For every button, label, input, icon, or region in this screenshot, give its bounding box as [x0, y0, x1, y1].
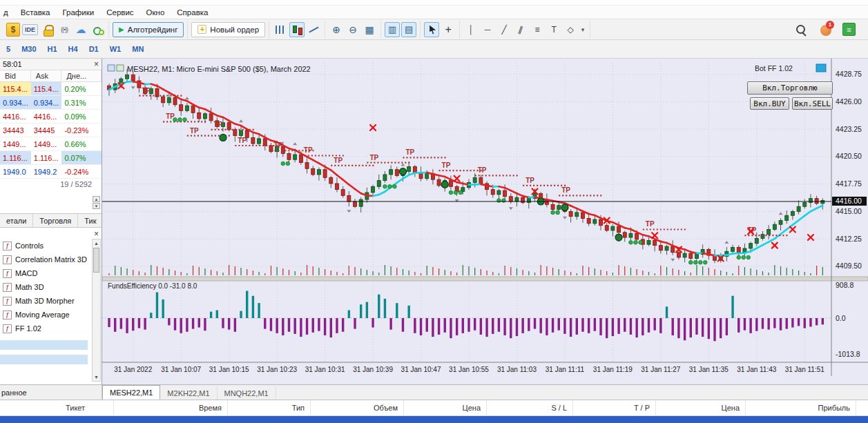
svg-text:4417.75: 4417.75	[836, 179, 862, 188]
scroll-up-icon[interactable]: ▲	[93, 239, 100, 247]
chart-tabs-row: ранное MESH22,M1M2KH22,M1MNQH22,M1	[0, 384, 868, 400]
dropdown-arrow-icon[interactable]: ▾	[579, 22, 586, 37]
chart-tab-MESH22,M1[interactable]: MESH22,M1	[102, 385, 160, 400]
column-header-Дне...[interactable]: Дне...	[61, 70, 102, 81]
algo-trading-button-glyph: ▶	[119, 26, 124, 33]
zoom-out-icon[interactable]: ⊖	[345, 22, 360, 37]
menu-item-Сервис[interactable]: Сервис	[106, 8, 133, 17]
market-watch-row[interactable]: 1.116...1.116...0.07%	[0, 151, 102, 165]
window-titlebar	[0, 0, 868, 6]
market-watch-icon[interactable]: $	[6, 23, 20, 37]
levels-icon[interactable]: ≡	[842, 23, 856, 36]
bid-cell: 1949.0	[0, 165, 31, 178]
indicator-window-left-icon[interactable]: ▥	[385, 22, 400, 37]
navigator-selected-row[interactable]	[0, 355, 88, 364]
trade-column-Цена[interactable]: Цена	[656, 400, 746, 415]
close-icon[interactable]: ×	[94, 229, 99, 239]
cloud-icon[interactable]: ☁	[73, 22, 88, 37]
lock-icon[interactable]	[40, 22, 55, 37]
navigator-items: ƒControlsƒCorrelation Matrix 3DƒMACDƒMat…	[0, 228, 102, 335]
navigator-item-Math 3D[interactable]: ƒMath 3D	[0, 280, 102, 294]
search-icon[interactable]	[793, 22, 808, 37]
bar-chart-icon[interactable]	[273, 22, 288, 37]
algo-trading-button[interactable]: ▶Алготрейдинг	[113, 22, 184, 37]
timeframe-W1[interactable]: W1	[105, 43, 126, 55]
tab-Тик[interactable]: Тик	[78, 214, 103, 227]
community-icon[interactable]	[90, 22, 105, 37]
scroll-down-icon[interactable]: ▼	[93, 373, 100, 381]
menu-item-Графики[interactable]: Графики	[62, 8, 94, 17]
trade-column-Цена[interactable]: Цена	[404, 400, 487, 415]
column-header-Bid[interactable]: Bid	[0, 70, 31, 81]
tab-favorites[interactable]: ранное	[0, 385, 102, 400]
menu-item-Окно[interactable]: Окно	[146, 8, 165, 17]
navigator-item-Math 3D Morpher[interactable]: ƒMath 3D Morpher	[0, 294, 102, 308]
market-watch-row[interactable]: 4416...4416...0.09%	[0, 110, 102, 124]
trade-column-Прибыль[interactable]: Прибыль	[746, 400, 856, 415]
svg-text:0.0: 0.0	[836, 314, 846, 322]
navigator-selected-row[interactable]	[0, 340, 88, 350]
scroll-down-icon[interactable]: ▼	[93, 203, 100, 209]
navigator-item-Correlation Matrix 3D[interactable]: ƒCorrelation Matrix 3D	[0, 253, 102, 266]
timeframe-5[interactable]: 5	[1, 43, 15, 55]
enable-trading-button[interactable]: Вкл.Торговлю	[747, 81, 833, 95]
cursor-icon[interactable]	[424, 22, 439, 37]
fibonacci-icon[interactable]: ≡	[530, 22, 545, 37]
svg-text:4409.50: 4409.50	[836, 262, 862, 270]
indicator-window-right-icon[interactable]: ▤	[401, 22, 416, 37]
close-icon[interactable]: ×	[94, 59, 99, 69]
market-watch-row[interactable]: 3444334445-0.23%	[0, 124, 102, 137]
scrollbar-thumb[interactable]	[93, 248, 99, 273]
trade-column-Время[interactable]: Время	[114, 400, 228, 415]
chart-tab-MNQH22,M1[interactable]: MNQH22,M1	[218, 386, 276, 400]
column-header-Ask[interactable]: Ask	[31, 70, 62, 81]
candle-chart-icon[interactable]	[289, 22, 305, 37]
trade-column-Объем[interactable]: Объем	[311, 400, 404, 415]
shapes-icon[interactable]: ◇	[563, 22, 578, 37]
trade-column-S / L[interactable]: S / L	[487, 400, 573, 415]
menu-item-Вставка[interactable]: Вставка	[21, 8, 50, 17]
timeframe-H1[interactable]: H1	[43, 43, 62, 55]
notification-icon[interactable]: 1	[818, 22, 833, 37]
line-chart-icon[interactable]	[306, 22, 321, 37]
crosshair-icon[interactable]: +	[441, 22, 456, 37]
tab-етали[interactable]: етали	[0, 214, 33, 227]
navigator-item-Moving Average[interactable]: ƒMoving Average	[0, 308, 102, 322]
menu-item-Справка[interactable]: Справка	[177, 8, 208, 17]
enable-sell-button[interactable]: Вкл.SELL	[792, 97, 833, 110]
trade-column-T / P[interactable]: T / P	[573, 400, 656, 415]
timeframe-MN[interactable]: MN	[127, 43, 148, 55]
channel-icon[interactable]: ∥	[513, 22, 528, 37]
signal-icon[interactable]: ((•))	[57, 22, 72, 37]
bid-cell: 4416...	[0, 110, 31, 123]
market-watch-row[interactable]: 1949.01949.2-0.24%	[0, 165, 102, 179]
scroll-up-icon[interactable]: ▲	[93, 196, 100, 202]
chart-tab-M2KH22,M1[interactable]: M2KH22,M1	[160, 386, 217, 400]
timeframe-D1[interactable]: D1	[84, 43, 104, 55]
svg-text:31 Jan 10:23: 31 Jan 10:23	[257, 366, 297, 373]
navigator-item-Controls[interactable]: ƒControls	[0, 239, 102, 253]
market-watch-row[interactable]: 115.4...115.4...0.20%	[0, 82, 102, 96]
horizontal-line-icon[interactable]: ─	[480, 22, 495, 37]
trendline-icon[interactable]: ╱	[496, 22, 512, 37]
zoom-in-icon[interactable]: ⊕	[329, 22, 344, 37]
navigator-scrollbar[interactable]: ▲ ▼	[92, 239, 101, 382]
trade-column-Тип[interactable]: Тип	[228, 400, 311, 415]
grid-icon[interactable]: ▦	[362, 22, 377, 37]
vertical-line-icon[interactable]: │	[463, 22, 479, 37]
timeframe-M30[interactable]: M30	[17, 43, 41, 55]
svg-text:TP: TP	[405, 148, 414, 156]
market-watch-row[interactable]: 0.934...0.934...0.31%	[0, 96, 102, 110]
tab-Торговля[interactable]: Торговля	[33, 214, 78, 227]
navigator-item-FF 1.02[interactable]: ƒFF 1.02	[0, 322, 102, 335]
navigator-item-MACD[interactable]: ƒMACD	[0, 266, 102, 280]
timeframe-H4[interactable]: H4	[64, 43, 83, 55]
market-watch-row[interactable]: 1449...1449...0.66%	[0, 137, 102, 151]
new-order-button[interactable]: +Новый ордер	[191, 22, 265, 37]
enable-buy-button[interactable]: Вкл.BUY	[750, 97, 789, 110]
menu-item-д[interactable]: д	[3, 8, 8, 17]
text-label-icon[interactable]: T	[546, 22, 561, 37]
trade-column-Тикет[interactable]: Тикет	[0, 400, 114, 415]
metaeditor-ide-icon[interactable]: IDE	[21, 22, 39, 37]
bid-cell: 0.934...	[0, 96, 31, 109]
